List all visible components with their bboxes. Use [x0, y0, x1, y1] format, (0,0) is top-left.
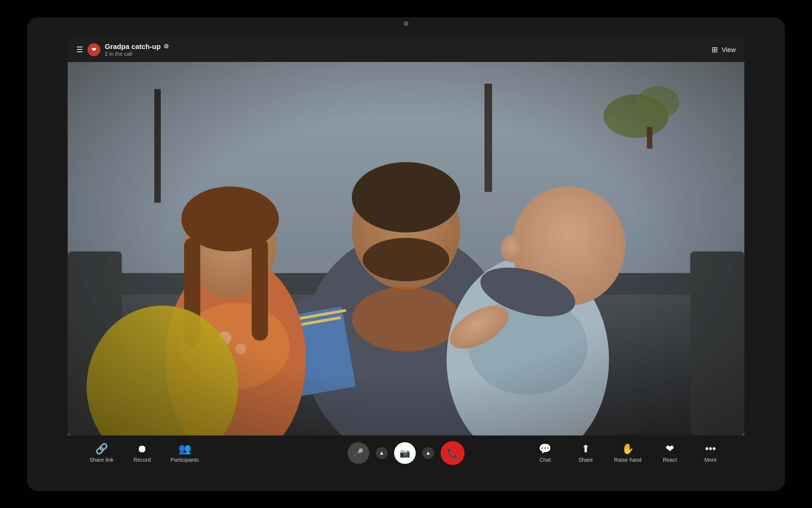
call-title-text: Gradpa catch-up [105, 42, 161, 51]
more-icon: ••• [705, 443, 716, 455]
scene-svg [68, 62, 744, 435]
webcam-dot [403, 21, 409, 26]
toolbar-left-buttons: 🔗 Share link ⏺ Record 👥 Participants [89, 443, 199, 463]
camera-icon: 📷 [399, 448, 410, 458]
more-button[interactable]: ••• More [698, 443, 723, 463]
record-button[interactable]: ⏺ Record [130, 443, 154, 463]
share-icon: ⬆ [582, 443, 590, 455]
top-bar-left: ☰ ❤ Gradpa catch-up ⚙ 2 in the call [76, 42, 169, 57]
share-link-icon: 🔗 [95, 443, 108, 455]
settings-icon[interactable]: ⚙ [164, 43, 169, 50]
call-avatar: ❤ [87, 43, 100, 56]
call-subtitle: 2 in the call [105, 51, 169, 57]
share-label: Share [579, 457, 593, 463]
share-link-button[interactable]: 🔗 Share link [89, 443, 114, 463]
end-call-button[interactable]: 📞 [441, 441, 465, 465]
hamburger-icon[interactable]: ☰ [76, 45, 83, 54]
chevron-up-icon-2: ▲ [426, 450, 431, 456]
video-options-chevron[interactable]: ▲ [422, 447, 434, 459]
top-bar-right: ⊞ View [712, 45, 736, 54]
share-link-label: Share link [90, 457, 114, 463]
chat-button[interactable]: 💬 Chat [533, 443, 557, 463]
chat-icon: 💬 [539, 443, 551, 455]
react-heart-icon: ❤ [666, 443, 674, 455]
laptop-frame: ☰ ❤ Gradpa catch-up ⚙ 2 in the call ⊞ Vi… [27, 17, 785, 491]
grid-view-icon[interactable]: ⊞ [712, 45, 718, 54]
participants-label: Participants [171, 457, 199, 463]
video-feed [68, 62, 744, 435]
record-label: Record [133, 457, 151, 463]
raise-hand-button[interactable]: ✋ Raise hand [614, 443, 641, 463]
toolbar-center-controls: 🎤 ▲ 📷 ▲ 📞 [347, 441, 465, 465]
more-label: More [704, 457, 717, 463]
video-background [68, 62, 744, 435]
record-icon: ⏺ [137, 443, 147, 455]
react-button[interactable]: ❤ React [658, 443, 682, 463]
participants-icon: 👥 [178, 443, 191, 455]
raise-hand-icon: ✋ [622, 443, 634, 455]
video-button[interactable]: 📷 [394, 442, 416, 464]
bottom-toolbar: 🔗 Share link ⏺ Record 👥 Participants 🎤 [68, 435, 744, 471]
mute-button[interactable]: 🎤 [347, 442, 369, 464]
svg-rect-39 [68, 62, 744, 435]
toolbar-right-buttons: 💬 Chat ⬆ Share ✋ Raise hand ❤ React ••• [533, 443, 723, 463]
laptop-screen: ☰ ❤ Gradpa catch-up ⚙ 2 in the call ⊞ Vi… [68, 38, 744, 471]
mute-options-chevron[interactable]: ▲ [376, 447, 388, 459]
view-label[interactable]: View [722, 46, 736, 53]
share-button[interactable]: ⬆ Share [573, 443, 598, 463]
top-bar: ☰ ❤ Gradpa catch-up ⚙ 2 in the call ⊞ Vi… [68, 38, 744, 62]
chevron-up-icon: ▲ [379, 450, 384, 456]
raise-hand-label: Raise hand [614, 457, 641, 463]
participants-button[interactable]: 👥 Participants [171, 443, 199, 463]
react-label: React [663, 457, 677, 463]
mic-off-icon: 🎤 [353, 448, 364, 458]
chat-label: Chat [540, 457, 551, 463]
call-info: Gradpa catch-up ⚙ 2 in the call [105, 42, 169, 57]
end-call-icon: 📞 [447, 448, 458, 459]
